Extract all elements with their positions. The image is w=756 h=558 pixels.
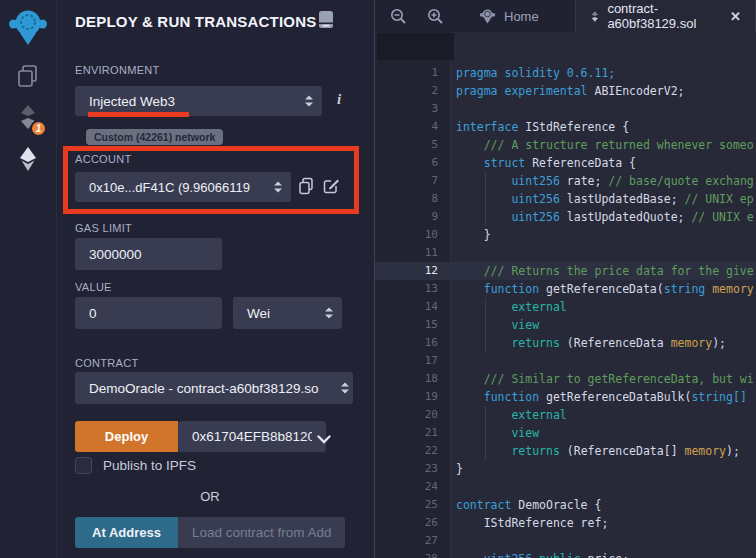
- code-text[interactable]: /// Similar to getReferenceData, but wi: [451, 370, 756, 388]
- code-line[interactable]: 20 external: [375, 406, 756, 424]
- chevron-down-icon[interactable]: [317, 432, 331, 447]
- code-line[interactable]: 9 uint256 lastUpdatedQuote; // UNIX e: [375, 208, 756, 226]
- code-line[interactable]: 24: [375, 478, 756, 496]
- value-input[interactable]: [75, 297, 222, 329]
- code-text[interactable]: view: [451, 316, 756, 334]
- code-token: string[]: [691, 390, 753, 404]
- code-token: }: [456, 228, 491, 242]
- code-text[interactable]: interface IStdReference {: [451, 118, 756, 136]
- line-number: 21: [375, 424, 451, 442]
- code-line[interactable]: 12 /// Returns the price data for the gi…: [375, 262, 756, 280]
- deploy-button[interactable]: Deploy: [75, 421, 178, 452]
- indent-guide: [485, 406, 486, 424]
- code-text[interactable]: }: [451, 460, 756, 478]
- code-line[interactable]: 4interface IStdReference {: [375, 118, 756, 136]
- gas-limit-label: GAS LIMIT: [75, 222, 132, 234]
- code-line[interactable]: 19 function getReferenceDataBulk(string[…: [375, 388, 756, 406]
- deploy-arg-input[interactable]: [178, 421, 326, 452]
- code-line[interactable]: 27: [375, 532, 756, 550]
- code-line[interactable]: 6 struct ReferenceData {: [375, 154, 756, 172]
- code-line[interactable]: 8 uint256 lastUpdatedBase; // UNIX ep: [375, 190, 756, 208]
- solidity-compiler-icon[interactable]: [0, 104, 56, 130]
- remix-logo[interactable]: [0, 7, 56, 49]
- code-text[interactable]: uint256 public price;: [451, 550, 756, 558]
- tab-home[interactable]: Home: [465, 0, 553, 32]
- code-line[interactable]: 22 returns (ReferenceData[] memory);: [375, 442, 756, 460]
- code-text[interactable]: /// Returns the price data for the give: [451, 262, 756, 280]
- code-line[interactable]: 14 external: [375, 298, 756, 316]
- code-token: [456, 390, 484, 404]
- code-text[interactable]: contract DemoOracle {: [451, 496, 756, 514]
- code-text[interactable]: uint256 lastUpdatedQuote; // UNIX e: [451, 208, 756, 226]
- code-text[interactable]: [451, 352, 756, 370]
- code-text[interactable]: [451, 532, 756, 550]
- code-line[interactable]: 2pragma experimental ABIEncoderV2;: [375, 82, 756, 100]
- gas-limit-input[interactable]: [75, 238, 222, 270]
- code-line[interactable]: 7 uint256 rate; // base/quote exchang: [375, 172, 756, 190]
- code-text[interactable]: IStdReference ref;: [451, 514, 756, 532]
- code-line[interactable]: 16 returns (ReferenceData memory);: [375, 334, 756, 352]
- code-line[interactable]: 5 /// A structure returned whenever some…: [375, 136, 756, 154]
- code-text[interactable]: uint256 lastUpdatedBase; // UNIX ep: [451, 190, 756, 208]
- code-text[interactable]: function getReferenceDataBulk(string[]: [451, 388, 756, 406]
- contract-select[interactable]: DemoOracle - contract-a60bf38129.so: [75, 372, 353, 404]
- deploy-run-icon[interactable]: [0, 146, 56, 172]
- code-token: /// Returns the price data for the give: [456, 264, 754, 278]
- code-line[interactable]: 10 }: [375, 226, 756, 244]
- code-line[interactable]: 23}: [375, 460, 756, 478]
- code-line[interactable]: 3: [375, 100, 756, 118]
- contract-label: CONTRACT: [75, 357, 139, 369]
- at-address-input[interactable]: [178, 517, 345, 548]
- code-token: ReferenceData {: [532, 156, 636, 170]
- code-line[interactable]: 28 uint256 public price;: [375, 550, 756, 558]
- value-unit-select[interactable]: Wei: [233, 297, 342, 329]
- code-token: IStdReference {: [525, 120, 629, 134]
- code-text[interactable]: function getReferenceData(string memory: [451, 280, 756, 298]
- code-text[interactable]: [451, 244, 756, 262]
- code-text[interactable]: }: [451, 226, 756, 244]
- code-token: external: [511, 408, 566, 422]
- at-address-button[interactable]: At Address: [75, 517, 178, 548]
- value-label: VALUE: [75, 281, 112, 293]
- line-number: 14: [375, 298, 451, 316]
- code-line[interactable]: 11: [375, 244, 756, 262]
- code-line[interactable]: 17: [375, 352, 756, 370]
- code-line[interactable]: 18 /// Similar to getReferenceData, but …: [375, 370, 756, 388]
- code-token: price;: [588, 552, 630, 558]
- code-token: view: [511, 318, 539, 332]
- code-token: [456, 336, 511, 350]
- tab-contract-file[interactable]: contract-a60bf38129.sol ✕: [575, 0, 756, 32]
- code-text[interactable]: /// A structure returned whenever someo: [451, 136, 756, 154]
- close-icon[interactable]: ✕: [728, 9, 741, 24]
- code-text[interactable]: struct ReferenceData {: [451, 154, 756, 172]
- code-token: pragma experimental: [456, 84, 594, 98]
- code-text[interactable]: view: [451, 424, 756, 442]
- code-text[interactable]: uint256 rate; // base/quote exchang: [451, 172, 756, 190]
- code-token: external: [511, 300, 566, 314]
- code-token: uint256: [511, 174, 566, 188]
- code-line[interactable]: 13 function getReferenceData(string memo…: [375, 280, 756, 298]
- code-line[interactable]: 21 view: [375, 424, 756, 442]
- or-separator: OR: [75, 489, 345, 504]
- code-text[interactable]: external: [451, 298, 756, 316]
- code-text[interactable]: [451, 100, 756, 118]
- code-text[interactable]: pragma solidity 0.6.11;: [451, 64, 756, 82]
- zoom-out-icon[interactable]: [383, 8, 414, 25]
- code-line[interactable]: 26 IStdReference ref;: [375, 514, 756, 532]
- publish-ipfs-checkbox[interactable]: [75, 457, 92, 474]
- code-text[interactable]: pragma experimental ABIEncoderV2;: [451, 82, 756, 100]
- code-token: [456, 552, 484, 558]
- code-text[interactable]: returns (ReferenceData[] memory);: [451, 442, 756, 460]
- zoom-in-icon[interactable]: [420, 8, 451, 25]
- code-text[interactable]: returns (ReferenceData memory);: [451, 334, 756, 352]
- code-line[interactable]: 15 view: [375, 316, 756, 334]
- info-icon[interactable]: i: [337, 91, 341, 108]
- file-explorer-icon[interactable]: [0, 63, 56, 89]
- code-line[interactable]: 1pragma solidity 0.6.11;: [375, 64, 756, 82]
- line-number: 7: [375, 172, 451, 190]
- book-icon[interactable]: [318, 10, 335, 32]
- code-text[interactable]: [451, 478, 756, 496]
- code-token: (ReferenceData[]: [567, 444, 685, 458]
- code-text[interactable]: external: [451, 406, 756, 424]
- code-line[interactable]: 25contract DemoOracle {: [375, 496, 756, 514]
